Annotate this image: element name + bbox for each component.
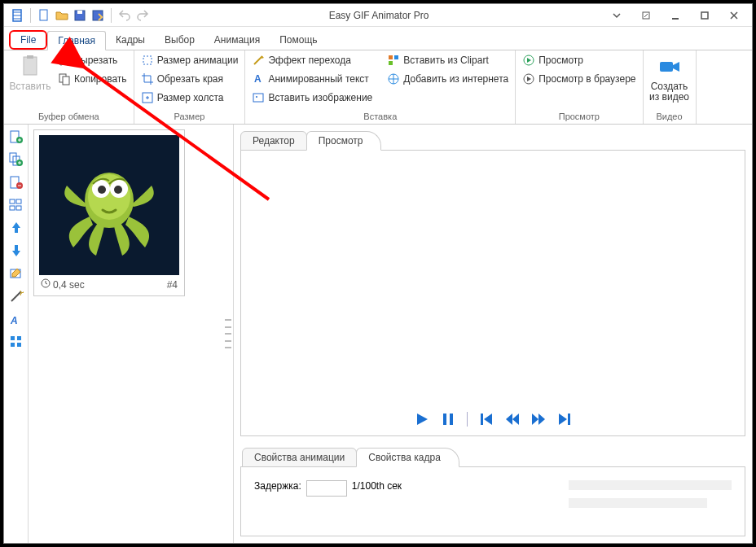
animated-text-label: Анимированный текст bbox=[268, 73, 368, 85]
clipart-button[interactable]: Вставить из Clipart bbox=[384, 52, 512, 68]
tab-animation-properties[interactable]: Свойства анимации bbox=[242, 448, 357, 467]
tab-file[interactable]: File bbox=[9, 30, 47, 50]
clipart-icon bbox=[387, 54, 400, 67]
dropdown-icon[interactable] bbox=[602, 6, 631, 25]
svg-rect-36 bbox=[10, 199, 15, 203]
prev-frame-icon[interactable] bbox=[505, 412, 520, 427]
svg-rect-10 bbox=[701, 12, 708, 19]
grid-tool-icon[interactable] bbox=[7, 333, 25, 351]
frame-thumbnail[interactable]: 0,4 sec #4 bbox=[33, 129, 185, 296]
tab-selection[interactable]: Выбор bbox=[155, 30, 204, 50]
svg-rect-24 bbox=[389, 61, 393, 65]
tab-help[interactable]: Помощь bbox=[270, 30, 327, 50]
placeholder-row bbox=[569, 480, 732, 490]
video-camera-icon bbox=[657, 54, 683, 80]
move-up-icon[interactable] bbox=[7, 219, 25, 237]
resize-anim-icon bbox=[141, 54, 154, 67]
tab-frame-properties[interactable]: Свойства кадра bbox=[356, 448, 459, 467]
frame-image bbox=[39, 135, 179, 275]
first-frame-icon[interactable] bbox=[479, 412, 494, 427]
tab-home[interactable]: Главная bbox=[47, 31, 106, 50]
last-frame-icon[interactable] bbox=[557, 412, 572, 427]
minimize-ribbon-icon[interactable] bbox=[631, 6, 661, 25]
tab-animation[interactable]: Анимация bbox=[204, 30, 270, 50]
svg-text:A: A bbox=[10, 315, 18, 326]
from-internet-button[interactable]: Добавить из интернета bbox=[384, 71, 512, 87]
crop-button[interactable]: Обрезать края bbox=[138, 71, 242, 87]
duplicate-frame-icon[interactable] bbox=[7, 151, 25, 168]
minimize-button[interactable] bbox=[661, 6, 690, 25]
svg-rect-41 bbox=[15, 245, 18, 251]
frame-list[interactable]: 0,4 sec #4 bbox=[29, 125, 234, 543]
film-icon[interactable] bbox=[11, 9, 24, 22]
delay-input[interactable] bbox=[306, 480, 347, 497]
svg-point-52 bbox=[98, 186, 106, 194]
animation-size-button[interactable]: Размер анимации bbox=[138, 52, 242, 68]
add-frame-icon[interactable] bbox=[7, 128, 25, 146]
globe-icon bbox=[387, 72, 400, 85]
magic-wand-icon[interactable] bbox=[7, 287, 25, 305]
svg-rect-11 bbox=[24, 57, 37, 75]
ribbon: Вставить Вырезать Копировать Буфер обмен… bbox=[4, 50, 752, 125]
edit-frame-icon[interactable] bbox=[7, 265, 25, 282]
properties-tabs: Свойства анимации Свойства кадра bbox=[240, 441, 745, 467]
svg-rect-40 bbox=[15, 227, 18, 233]
clock-icon bbox=[41, 278, 51, 291]
cut-button[interactable]: Вырезать bbox=[55, 52, 130, 68]
frames-grid-icon[interactable] bbox=[7, 196, 25, 214]
placeholder-row bbox=[569, 498, 707, 508]
playback-controls bbox=[241, 403, 745, 435]
preview-label: Просмотр bbox=[538, 55, 583, 66]
cut-label: Вырезать bbox=[74, 55, 117, 66]
save-icon[interactable] bbox=[73, 9, 86, 22]
text-anim-icon: A bbox=[252, 72, 265, 85]
play-circle-icon bbox=[522, 54, 535, 67]
redo-icon[interactable] bbox=[136, 9, 149, 22]
svg-rect-12 bbox=[27, 55, 33, 59]
open-folder-icon[interactable] bbox=[55, 9, 68, 22]
play-icon[interactable] bbox=[415, 412, 429, 427]
properties-panel: Свойства анимации Свойства кадра Задержк… bbox=[240, 441, 745, 536]
next-frame-icon[interactable] bbox=[531, 412, 546, 427]
tab-editor[interactable]: Редактор bbox=[240, 131, 307, 151]
delete-frame-icon[interactable] bbox=[7, 173, 25, 191]
delay-unit: 1/100th сек bbox=[352, 480, 402, 492]
browser-preview-button[interactable]: Просмотр в браузере bbox=[519, 71, 639, 87]
paste-button[interactable]: Вставить bbox=[7, 52, 53, 94]
svg-rect-39 bbox=[16, 206, 21, 210]
copy-button[interactable]: Копировать bbox=[55, 71, 130, 87]
create-from-video-button[interactable]: Создать из видео bbox=[647, 52, 692, 104]
splitter-grip[interactable] bbox=[225, 319, 231, 348]
preview-button[interactable]: Просмотр bbox=[519, 52, 639, 68]
insert-image-button[interactable]: Вставить изображение bbox=[248, 90, 376, 106]
maximize-button[interactable] bbox=[690, 6, 719, 25]
paste-label: Вставить bbox=[10, 81, 51, 92]
window-title: Easy GIF Animator Pro bbox=[156, 10, 602, 21]
group-size-label: Размер bbox=[138, 110, 242, 124]
svg-rect-57 bbox=[450, 414, 453, 425]
tab-frames[interactable]: Кадры bbox=[106, 30, 155, 50]
image-icon bbox=[252, 91, 265, 104]
new-document-icon[interactable] bbox=[37, 9, 51, 22]
svg-rect-44 bbox=[11, 336, 15, 340]
group-video: Создать из видео Видео bbox=[644, 50, 697, 124]
animated-text-button[interactable]: AАнимированный текст bbox=[248, 71, 376, 87]
save-as-icon[interactable] bbox=[91, 9, 104, 22]
paste-icon bbox=[17, 54, 43, 80]
copy-icon bbox=[58, 72, 71, 85]
window-controls bbox=[602, 6, 752, 25]
tab-preview[interactable]: Просмотр bbox=[306, 131, 382, 151]
transition-button[interactable]: Эффект перехода bbox=[248, 52, 376, 68]
close-button[interactable] bbox=[719, 6, 749, 25]
undo-icon[interactable] bbox=[118, 9, 131, 22]
text-tool-icon[interactable]: A bbox=[7, 310, 25, 328]
crop-label: Обрезать края bbox=[157, 73, 223, 85]
svg-rect-38 bbox=[10, 206, 15, 210]
svg-rect-28 bbox=[660, 62, 673, 72]
move-down-icon[interactable] bbox=[7, 242, 25, 260]
frame-duration: 0,4 sec bbox=[53, 279, 85, 291]
canvas-size-button[interactable]: Размер холста bbox=[138, 90, 242, 106]
pause-icon[interactable] bbox=[441, 412, 455, 427]
scissors-icon bbox=[58, 54, 71, 67]
preview-area bbox=[240, 150, 745, 436]
